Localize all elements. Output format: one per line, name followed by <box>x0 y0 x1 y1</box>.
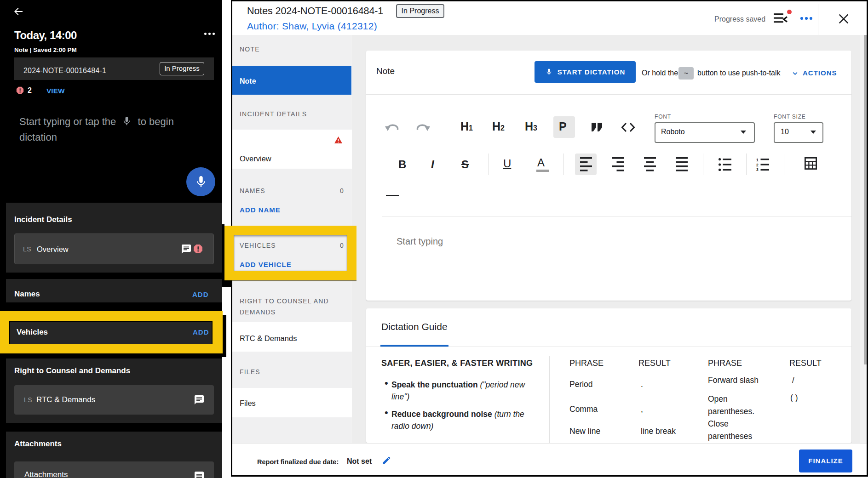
svg-text:1: 1 <box>756 158 759 162</box>
svg-text:2: 2 <box>756 163 759 167</box>
svg-text:3: 3 <box>756 167 759 171</box>
